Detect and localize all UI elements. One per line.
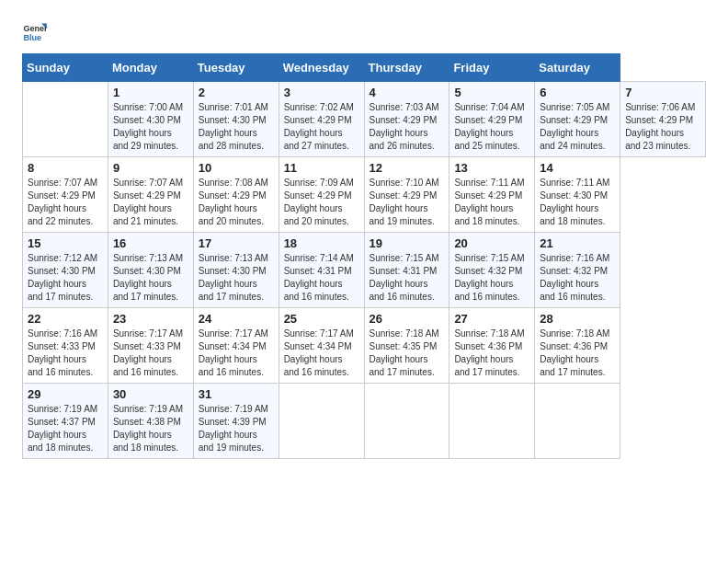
calendar-day-cell: 29Sunrise: 7:19 AMSunset: 4:37 PMDayligh… (23, 384, 108, 459)
day-info: Sunrise: 7:13 AMSunset: 4:30 PMDaylight … (113, 253, 183, 302)
day-info: Sunrise: 7:16 AMSunset: 4:32 PMDaylight … (540, 253, 609, 302)
day-number: 22 (28, 312, 103, 326)
day-number: 15 (28, 236, 103, 250)
day-number: 12 (370, 161, 445, 175)
logo: General Blue (22, 18, 48, 44)
weekday-header: Tuesday (193, 54, 279, 82)
calendar-day-cell: 16Sunrise: 7:13 AMSunset: 4:30 PMDayligh… (108, 233, 193, 308)
day-number: 16 (113, 236, 188, 250)
weekday-header: Thursday (364, 54, 449, 82)
day-number: 10 (199, 161, 274, 175)
day-number: 2 (199, 86, 274, 99)
calendar-day-cell: 4Sunrise: 7:03 AMSunset: 4:29 PMDaylight… (364, 82, 449, 157)
calendar-day-cell: 18Sunrise: 7:14 AMSunset: 4:31 PMDayligh… (279, 233, 364, 308)
day-number: 19 (370, 236, 445, 250)
calendar-day-cell: 1Sunrise: 7:00 AMSunset: 4:30 PMDaylight… (108, 82, 193, 157)
day-info: Sunrise: 7:02 AMSunset: 4:29 PMDaylight … (284, 102, 354, 151)
calendar-day-cell: 2Sunrise: 7:01 AMSunset: 4:30 PMDaylight… (193, 82, 279, 157)
day-number: 14 (540, 161, 615, 175)
day-number: 28 (540, 312, 615, 326)
calendar-day-cell: 30Sunrise: 7:19 AMSunset: 4:38 PMDayligh… (108, 384, 193, 459)
calendar-day-cell: 20Sunrise: 7:15 AMSunset: 4:32 PMDayligh… (449, 233, 535, 308)
day-number: 4 (370, 86, 445, 99)
day-info: Sunrise: 7:17 AMSunset: 4:33 PMDaylight … (113, 328, 183, 377)
day-number: 7 (625, 86, 700, 99)
day-number: 6 (540, 86, 615, 99)
day-info: Sunrise: 7:06 AMSunset: 4:29 PMDaylight … (625, 102, 695, 151)
calendar-day-cell (449, 384, 535, 459)
day-number: 30 (113, 387, 188, 401)
day-number: 9 (113, 161, 188, 175)
calendar-week-row: 15Sunrise: 7:12 AMSunset: 4:30 PMDayligh… (23, 233, 706, 308)
day-number: 20 (454, 236, 529, 250)
day-info: Sunrise: 7:17 AMSunset: 4:34 PMDaylight … (199, 328, 268, 377)
svg-text:Blue: Blue (23, 33, 41, 42)
day-number: 5 (454, 86, 529, 99)
weekday-header: Friday (449, 54, 535, 82)
day-number: 24 (199, 312, 274, 326)
calendar-table: SundayMondayTuesdayWednesdayThursdayFrid… (22, 53, 706, 459)
day-info: Sunrise: 7:18 AMSunset: 4:36 PMDaylight … (454, 328, 524, 377)
calendar-week-row: 29Sunrise: 7:19 AMSunset: 4:37 PMDayligh… (23, 384, 706, 459)
weekday-header: Monday (108, 54, 193, 82)
calendar-day-cell: 12Sunrise: 7:10 AMSunset: 4:29 PMDayligh… (364, 157, 449, 233)
day-info: Sunrise: 7:14 AMSunset: 4:31 PMDaylight … (284, 253, 354, 302)
calendar-day-cell: 6Sunrise: 7:05 AMSunset: 4:29 PMDaylight… (535, 82, 620, 157)
day-info: Sunrise: 7:08 AMSunset: 4:29 PMDaylight … (199, 178, 268, 226)
day-info: Sunrise: 7:18 AMSunset: 4:36 PMDaylight … (540, 328, 609, 377)
calendar-day-cell: 21Sunrise: 7:16 AMSunset: 4:32 PMDayligh… (535, 233, 620, 308)
calendar-day-cell: 3Sunrise: 7:02 AMSunset: 4:29 PMDaylight… (279, 82, 364, 157)
day-info: Sunrise: 7:15 AMSunset: 4:32 PMDaylight … (454, 253, 524, 302)
day-number: 11 (284, 161, 359, 175)
day-number: 21 (540, 236, 615, 250)
day-number: 26 (370, 312, 445, 326)
empty-cell (23, 82, 108, 157)
day-info: Sunrise: 7:05 AMSunset: 4:29 PMDaylight … (540, 102, 609, 151)
calendar-week-row: 8Sunrise: 7:07 AMSunset: 4:29 PMDaylight… (23, 157, 706, 233)
calendar-day-cell: 11Sunrise: 7:09 AMSunset: 4:29 PMDayligh… (279, 157, 364, 233)
calendar-day-cell: 26Sunrise: 7:18 AMSunset: 4:35 PMDayligh… (364, 308, 449, 384)
day-number: 18 (284, 236, 359, 250)
calendar-day-cell: 17Sunrise: 7:13 AMSunset: 4:30 PMDayligh… (193, 233, 279, 308)
day-info: Sunrise: 7:19 AMSunset: 4:38 PMDaylight … (113, 404, 183, 453)
calendar-day-cell: 28Sunrise: 7:18 AMSunset: 4:36 PMDayligh… (535, 308, 620, 384)
day-number: 17 (199, 236, 274, 250)
calendar-day-cell: 10Sunrise: 7:08 AMSunset: 4:29 PMDayligh… (193, 157, 279, 233)
day-info: Sunrise: 7:09 AMSunset: 4:29 PMDaylight … (284, 178, 354, 226)
day-info: Sunrise: 7:00 AMSunset: 4:30 PMDaylight … (113, 102, 183, 151)
calendar-day-cell: 27Sunrise: 7:18 AMSunset: 4:36 PMDayligh… (449, 308, 535, 384)
day-info: Sunrise: 7:03 AMSunset: 4:29 PMDaylight … (370, 102, 439, 151)
calendar-day-cell: 5Sunrise: 7:04 AMSunset: 4:29 PMDaylight… (449, 82, 535, 157)
calendar-day-cell: 31Sunrise: 7:19 AMSunset: 4:39 PMDayligh… (193, 384, 279, 459)
header: General Blue (22, 18, 706, 44)
calendar-day-cell: 24Sunrise: 7:17 AMSunset: 4:34 PMDayligh… (193, 308, 279, 384)
calendar-day-cell: 8Sunrise: 7:07 AMSunset: 4:29 PMDaylight… (23, 157, 108, 233)
day-info: Sunrise: 7:19 AMSunset: 4:39 PMDaylight … (199, 404, 268, 453)
day-number: 8 (28, 161, 103, 175)
calendar-day-cell: 19Sunrise: 7:15 AMSunset: 4:31 PMDayligh… (364, 233, 449, 308)
calendar-day-cell: 25Sunrise: 7:17 AMSunset: 4:34 PMDayligh… (279, 308, 364, 384)
day-number: 27 (454, 312, 529, 326)
day-info: Sunrise: 7:18 AMSunset: 4:35 PMDaylight … (370, 328, 439, 377)
weekday-header: Saturday (535, 54, 620, 82)
calendar-day-cell: 7Sunrise: 7:06 AMSunset: 4:29 PMDaylight… (620, 82, 706, 157)
calendar-day-cell: 14Sunrise: 7:11 AMSunset: 4:30 PMDayligh… (535, 157, 620, 233)
day-info: Sunrise: 7:10 AMSunset: 4:29 PMDaylight … (370, 178, 439, 226)
day-info: Sunrise: 7:04 AMSunset: 4:29 PMDaylight … (454, 102, 524, 151)
day-number: 29 (28, 387, 103, 401)
calendar-day-cell (364, 384, 449, 459)
day-info: Sunrise: 7:13 AMSunset: 4:30 PMDaylight … (199, 253, 268, 302)
calendar-day-cell (279, 384, 364, 459)
calendar-day-cell: 23Sunrise: 7:17 AMSunset: 4:33 PMDayligh… (108, 308, 193, 384)
day-number: 13 (454, 161, 529, 175)
calendar-day-cell: 9Sunrise: 7:07 AMSunset: 4:29 PMDaylight… (108, 157, 193, 233)
day-number: 3 (284, 86, 359, 99)
day-number: 31 (199, 387, 274, 401)
day-number: 1 (113, 86, 188, 99)
day-info: Sunrise: 7:19 AMSunset: 4:37 PMDaylight … (28, 404, 97, 453)
day-info: Sunrise: 7:01 AMSunset: 4:30 PMDaylight … (199, 102, 268, 151)
day-info: Sunrise: 7:15 AMSunset: 4:31 PMDaylight … (370, 253, 439, 302)
calendar-day-cell: 13Sunrise: 7:11 AMSunset: 4:29 PMDayligh… (449, 157, 535, 233)
calendar-day-cell (535, 384, 620, 459)
day-info: Sunrise: 7:11 AMSunset: 4:30 PMDaylight … (540, 178, 609, 226)
